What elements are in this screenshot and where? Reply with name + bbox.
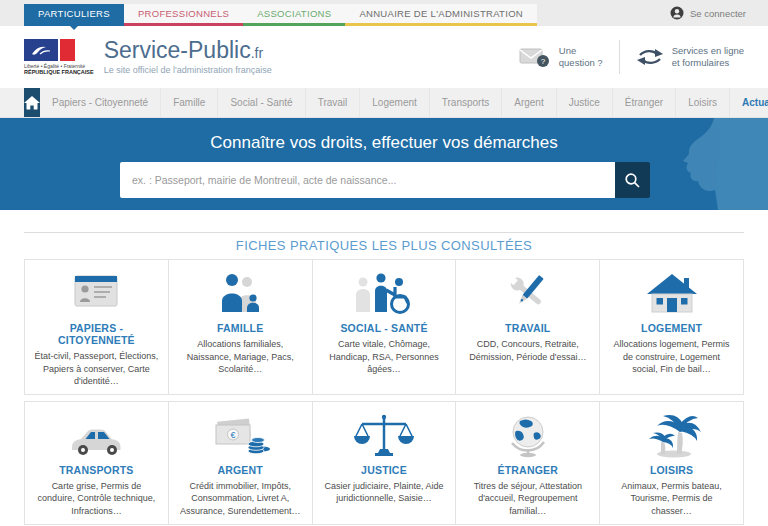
- fiches-section-title: FICHES PRATIQUES LES PLUS CONSULTÉES: [0, 238, 768, 253]
- nav-social-sante[interactable]: Social - Santé: [218, 88, 305, 117]
- nav-justice[interactable]: Justice: [557, 88, 613, 117]
- money-icon: €: [204, 412, 276, 458]
- tab-annuaire-administration[interactable]: ANNUAIRE DE L'ADMINISTRATION: [345, 4, 537, 26]
- pen-wrench-icon: [492, 270, 564, 316]
- home-button[interactable]: [24, 88, 40, 117]
- card-desc: Allocations familiales, Naissance, Maria…: [175, 338, 306, 376]
- site-identity[interactable]: Service-Public.fr Le site officiel de l'…: [104, 39, 272, 75]
- fiches-row-1: PAPIERS - CITOYENNETÉ État-civil, Passep…: [24, 259, 744, 395]
- nav-actualites[interactable]: Actualités: [730, 88, 768, 117]
- card-social-sante[interactable]: SOCIAL - SANTÉ Carte vitale, Chômage, Ha…: [312, 259, 457, 395]
- card-title: PAPIERS - CITOYENNETÉ: [31, 322, 162, 346]
- site-title: Service-Public: [104, 37, 251, 63]
- services-label: Services en ligne et formulaires: [672, 45, 744, 70]
- search-input[interactable]: [120, 162, 615, 198]
- card-title: LOGEMENT: [606, 322, 737, 334]
- republique-francaise-logo[interactable]: Liberté • Égalité • Fraternité RÉPUBLIQU…: [24, 39, 94, 75]
- site-tld: .fr: [251, 45, 263, 61]
- site-header: Liberté • Égalité • Fraternité RÉPUBLIQU…: [0, 26, 768, 88]
- french-flag-icon: [24, 39, 94, 61]
- id-card-icon: [60, 270, 132, 316]
- site-tagline: Le site officiel de l'administration fra…: [104, 65, 272, 75]
- card-desc: Casier judiciaire, Plainte, Aide juridic…: [319, 480, 450, 505]
- main-nav: Papiers - Citoyenneté Famille Social - S…: [0, 88, 768, 118]
- svg-text:€: €: [231, 430, 236, 440]
- svg-text:?: ?: [541, 57, 546, 66]
- login-button[interactable]: Se connecter: [670, 0, 746, 26]
- question-label: Une question ?: [559, 45, 603, 70]
- card-title: ÉTRANGER: [462, 464, 593, 476]
- card-argent[interactable]: € ARGENT Crédit immobilier, Impôts, Cons…: [168, 401, 313, 525]
- nav-argent[interactable]: Argent: [502, 88, 556, 117]
- card-desc: Titres de séjour, Attestation d'accueil,…: [462, 480, 593, 518]
- scales-icon: [348, 412, 420, 458]
- card-desc: Allocations logement, Permis de construi…: [606, 338, 737, 376]
- audience-tabs: PARTICULIERS PROFESSIONNELS ASSOCIATIONS…: [24, 4, 537, 26]
- card-title: TRANSPORTS: [31, 464, 162, 476]
- card-desc: Animaux, Permis bateau, Tourisme, Permis…: [606, 480, 737, 518]
- card-title: TRAVAIL: [462, 322, 593, 334]
- magnifier-icon: [624, 172, 641, 189]
- hero-search-banner: Connaître vos droits, effectuer vos déma…: [0, 118, 768, 210]
- wheelchair-assist-icon: [348, 270, 420, 316]
- card-papiers-citoyennete[interactable]: PAPIERS - CITOYENNETÉ État-civil, Passep…: [24, 259, 169, 395]
- envelope-question-icon: ?: [519, 46, 551, 68]
- login-label: Se connecter: [690, 8, 746, 19]
- nav-famille[interactable]: Famille: [161, 88, 218, 117]
- nav-etranger[interactable]: Étranger: [613, 88, 676, 117]
- card-desc: Carte grise, Permis de conduire, Contrôl…: [31, 480, 162, 518]
- card-transports[interactable]: TRANSPORTS Carte grise, Permis de condui…: [24, 401, 169, 525]
- car-icon: [60, 412, 132, 458]
- card-etranger[interactable]: ÉTRANGER Titres de séjour, Attestation d…: [455, 401, 600, 525]
- palm-trees-icon: [636, 412, 708, 458]
- nav-loisirs[interactable]: Loisirs: [676, 88, 730, 117]
- card-title: LOISIRS: [606, 464, 737, 476]
- house-icon: [636, 270, 708, 316]
- marianne-icon: [24, 39, 58, 61]
- exchange-arrows-icon: [636, 47, 664, 67]
- hero-title: Connaître vos droits, effectuer vos déma…: [0, 118, 768, 153]
- user-icon: [670, 6, 684, 20]
- header-links: ? Une question ? Services en ligne et fo…: [519, 40, 744, 74]
- home-icon: [24, 96, 40, 110]
- card-desc: Carte vitale, Chômage, Handicap, RSA, Pe…: [319, 338, 450, 376]
- nav-travail[interactable]: Travail: [306, 88, 361, 117]
- section-divider: [24, 232, 744, 233]
- card-desc: État-civil, Passeport, Élections, Papier…: [31, 350, 162, 388]
- nav-logement[interactable]: Logement: [360, 88, 429, 117]
- card-desc: CDD, Concours, Retraite, Démission, Péri…: [462, 338, 593, 363]
- card-title: JUSTICE: [319, 464, 450, 476]
- search-button[interactable]: [615, 162, 650, 198]
- card-justice[interactable]: JUSTICE Casier judiciaire, Plainte, Aide…: [312, 401, 457, 525]
- nav-papiers-citoyennete[interactable]: Papiers - Citoyenneté: [40, 88, 161, 117]
- nav-transports[interactable]: Transports: [430, 88, 502, 117]
- header-divider: [619, 40, 620, 74]
- services-en-ligne-link[interactable]: Services en ligne et formulaires: [636, 45, 744, 70]
- card-famille[interactable]: FAMILLE Allocations familiales, Naissanc…: [168, 259, 313, 395]
- globe-icon: [492, 412, 564, 458]
- card-travail[interactable]: TRAVAIL CDD, Concours, Retraite, Démissi…: [455, 259, 600, 395]
- family-icon: [204, 270, 276, 316]
- card-title: SOCIAL - SANTÉ: [319, 322, 450, 334]
- question-link[interactable]: ? Une question ?: [519, 45, 603, 70]
- tab-particuliers[interactable]: PARTICULIERS: [24, 4, 124, 26]
- card-desc: Crédit immobilier, Impôts, Consommation,…: [175, 480, 306, 518]
- card-title: FAMILLE: [175, 322, 306, 334]
- tab-associations[interactable]: ASSOCIATIONS: [243, 4, 345, 26]
- audience-bar: PARTICULIERS PROFESSIONNELS ASSOCIATIONS…: [0, 0, 768, 26]
- tab-professionnels[interactable]: PROFESSIONNELS: [124, 4, 243, 26]
- card-logement[interactable]: LOGEMENT Allocations logement, Permis de…: [599, 259, 744, 395]
- logo-republic: RÉPUBLIQUE FRANÇAISE: [24, 69, 94, 75]
- search-bar: [120, 162, 650, 198]
- card-title: ARGENT: [175, 464, 306, 476]
- card-loisirs[interactable]: LOISIRS Animaux, Permis bateau, Tourisme…: [599, 401, 744, 525]
- fiches-row-2: TRANSPORTS Carte grise, Permis de condui…: [24, 401, 744, 525]
